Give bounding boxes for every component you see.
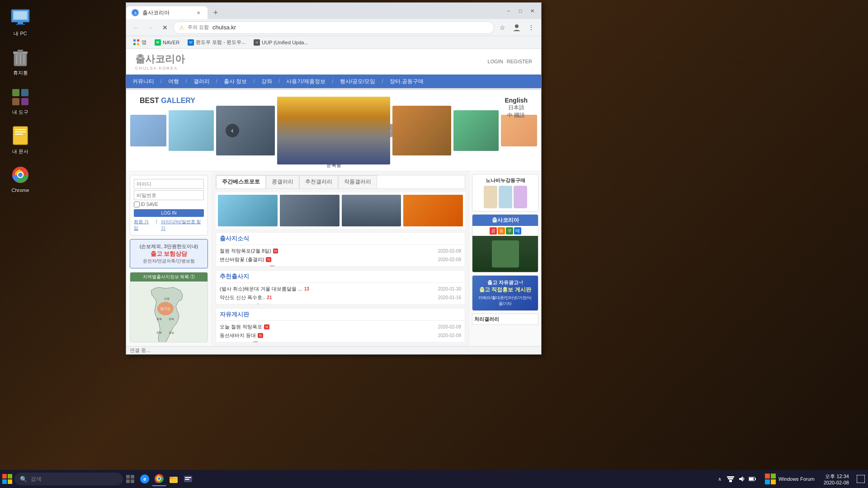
reload-button[interactable]: ✕ (159, 21, 171, 34)
address-url: chulsa.kr (212, 24, 236, 31)
gallery-img-5[interactable] (453, 110, 499, 151)
maximize-button[interactable]: □ (515, 5, 526, 16)
tab-favicon: 출 (132, 9, 139, 16)
nav-gallery[interactable]: 갤러리 (187, 75, 216, 88)
menu-button[interactable]: ⋮ (525, 21, 538, 34)
taskbar-more[interactable] (181, 472, 195, 486)
save-checkbox[interactable] (134, 202, 140, 207)
tab-close-button[interactable]: ✕ (195, 9, 202, 16)
id-save-checkbox[interactable]: ID SAVE (134, 202, 158, 207)
lang-japanese[interactable]: 日本語 (505, 104, 528, 112)
tray-up-arrow[interactable]: ∧ (715, 474, 724, 483)
lang-english[interactable]: English (505, 97, 528, 104)
news-item[interactable]: 동선새바지 등대 (2/8) N 2020-02-08 (220, 264, 461, 267)
close-button[interactable]: ✕ (527, 5, 538, 16)
start-button[interactable] (0, 472, 14, 486)
notification-button[interactable] (854, 472, 868, 486)
nav-community[interactable]: 커뮤니티 (126, 75, 160, 88)
chrome-icon[interactable]: Chrome (5, 162, 36, 195)
taskbar-search[interactable]: 🔍 검색 (14, 473, 123, 485)
photo-thumb-2[interactable] (280, 195, 340, 226)
user-account-button[interactable] (510, 21, 523, 34)
lang-chinese[interactable]: 中 國語 (505, 112, 528, 119)
forward-button[interactable]: → (144, 21, 157, 34)
svg-rect-29 (137, 43, 139, 45)
back-button[interactable]: ← (130, 21, 142, 34)
news-item[interactable]: 여물동 복수초 N 2020-02-08 (220, 340, 461, 343)
new-tab-button[interactable]: + (209, 6, 222, 19)
photo-thumb-1[interactable] (218, 195, 278, 226)
news-item[interactable]: 변산바람꽃 (출갤리) N 2020-02-08 (220, 255, 461, 264)
tab-weekly-best[interactable]: 주간베스트포토 (216, 175, 266, 188)
login-pw-input[interactable] (134, 190, 204, 200)
insurance-banner[interactable]: (손보제외, 3만원한도이내) 출고 보험상담 운전자/연금저축/간병보험 (130, 239, 208, 268)
product-2 (499, 186, 512, 208)
tray-network[interactable] (726, 474, 735, 483)
nav-chulsa-info[interactable]: 출사 정보 (217, 75, 253, 88)
photo-thumb-3[interactable] (342, 195, 401, 226)
windows-forum-bookmark[interactable]: W 윈도우 포럼 - 윈도우... (184, 38, 249, 47)
svg-rect-45 (131, 479, 134, 483)
find-account-link[interactable]: 아이디/비/밀번호 찾기 (161, 219, 204, 231)
my-pc-icon[interactable]: 내 PC (5, 5, 36, 39)
website-content: 출사코리아 CHULSA KOREA LOGIN REGISTER 커뮤니티 /… (126, 49, 541, 346)
minimize-button[interactable]: − (503, 5, 514, 16)
gallery-prev-button[interactable]: ‹ (226, 124, 239, 137)
join-link[interactable]: 회원 가입 (134, 219, 152, 231)
apps-bookmark[interactable]: 앱 (130, 38, 150, 47)
register-link[interactable]: REGISTER (507, 59, 532, 64)
taskbar-explorer[interactable] (166, 472, 181, 486)
tray-sound[interactable] (737, 474, 746, 483)
gallery-img-2[interactable] (169, 110, 214, 151)
clock-time: 오후 12:34 (824, 473, 849, 480)
windows-forum-tray[interactable]: Windows Forum (760, 474, 819, 484)
my-documents-icon[interactable]: 내 문서 (5, 122, 36, 157)
center-content: 주간베스트포토 콩갤러리 추천갤러리 작품갤러리 출사지소식 (212, 171, 469, 346)
address-bar[interactable]: ⚠ 주의 요함 chulsa.kr (173, 21, 494, 34)
taskbar-clock[interactable]: 오후 12:34 2020-02-08 (819, 473, 854, 485)
tab-kong-gallery[interactable]: 콩갤러리 (266, 175, 299, 188)
news-item[interactable]: 부산시민공원빛 축제 15 2019-12-11 (220, 302, 461, 305)
best-gallery-section: BEST GALLERY ‹ › English 日 (126, 90, 541, 171)
gallery-img-1[interactable] (130, 115, 166, 146)
nav-market[interactable]: 장터.공동구매 (383, 75, 430, 88)
gallery-img-3[interactable] (216, 106, 275, 155)
gallery-img-center[interactable] (277, 97, 390, 164)
recycle-bin-icon[interactable]: 휴지통 (5, 44, 36, 79)
my-tools-icon[interactable]: 내 도구 (5, 83, 36, 118)
login-button[interactable]: LOG IN (134, 209, 204, 217)
korea-map[interactable]: 경기도 강원 충북 경북 전북 경남 전남 (130, 282, 208, 343)
map-title: 지역별출사지정보 목록 ① (130, 272, 208, 282)
news-item[interactable]: 오늘 철원 적탕폭포 N 2020-02-08 (220, 323, 461, 331)
task-view-button[interactable] (123, 472, 137, 486)
nav-product[interactable]: 사용기/제품정보 (280, 75, 332, 88)
gallery-img-6[interactable] (501, 115, 537, 146)
taskbar-chrome[interactable] (152, 472, 166, 486)
nav-class[interactable]: 강좌 (255, 75, 278, 88)
ad-2[interactable]: 출사코리아 공 동 구 매 (472, 214, 538, 272)
svg-point-22 (18, 173, 23, 177)
address-warning: 주의 요함 (188, 24, 209, 31)
processing-gallery-teaser[interactable]: 처리갤러리 (472, 314, 538, 325)
bookmark-star-button[interactable]: ☆ (496, 21, 509, 34)
svg-text:강원: 강원 (164, 297, 170, 300)
ad-3[interactable]: 출고 자유광고~! 출고 직접홍보 게시판 카메라/촬대폰/인터넷/가전/식품/… (472, 275, 538, 311)
tray-battery[interactable] (748, 474, 757, 483)
news-item[interactable]: (벌사 취소)해운대 겨울 대보름달을 ... 13 2020-01-30 (220, 285, 461, 293)
ad-1[interactable]: 노나비누강동구매 (472, 174, 538, 211)
tab-recommended-gallery[interactable]: 추천갤러리 (299, 175, 338, 188)
news-item[interactable]: 철원 적탕폭포(2월 8일) N 2020-02-08 (220, 247, 461, 255)
news-item[interactable]: 동선새바지 등대 N 2020-02-08 (220, 331, 461, 340)
naver-bookmark[interactable]: N NAVER (151, 38, 183, 47)
login-link[interactable]: LOGIN (488, 59, 503, 64)
photo-thumb-4[interactable] (403, 195, 463, 226)
taskbar-ie[interactable]: e (137, 472, 152, 486)
news-item[interactable]: 약산도 신산 폭수호.. 21 2020-01-16 (220, 293, 461, 302)
tab-work-gallery[interactable]: 작품갤러리 (338, 175, 377, 188)
gallery-img-4[interactable] (392, 106, 451, 155)
nav-events[interactable]: 행사/공모/모임 (334, 75, 382, 88)
uup-bookmark[interactable]: U UUP (Unified Upda... (250, 38, 312, 47)
active-tab[interactable]: 출 출사코리아 ✕ (126, 6, 208, 19)
nav-travel[interactable]: 여행 (162, 75, 185, 88)
login-id-input[interactable] (134, 179, 204, 189)
